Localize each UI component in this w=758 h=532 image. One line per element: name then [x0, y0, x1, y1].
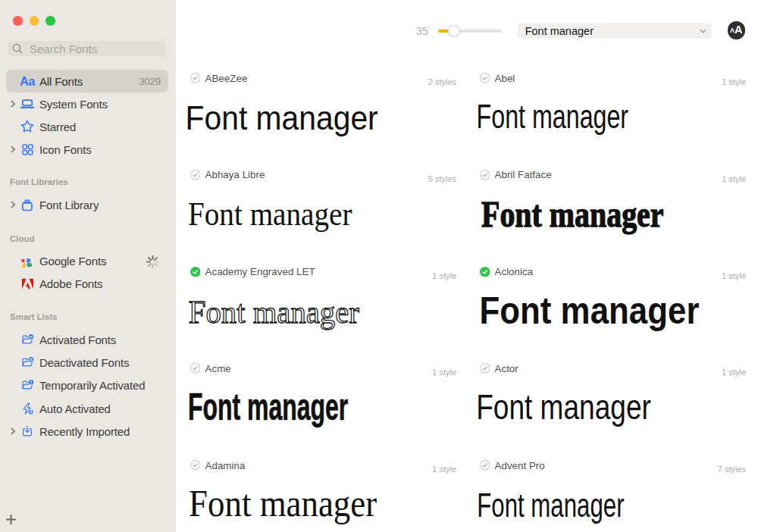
svg-text:A: A	[29, 409, 32, 414]
